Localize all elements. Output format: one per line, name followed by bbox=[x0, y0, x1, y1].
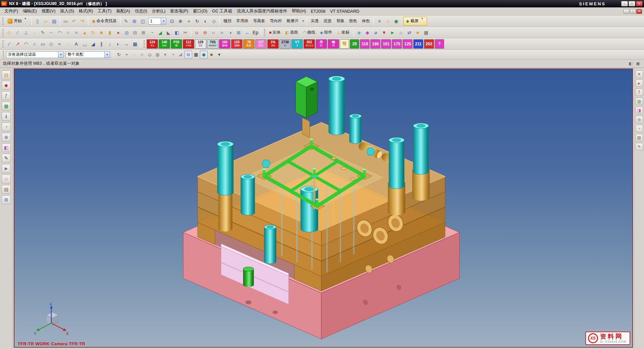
snap-intersection-icon[interactable]: × bbox=[161, 51, 169, 58]
display-restore-button[interactable]: 还原 bbox=[321, 17, 334, 25]
circle-icon[interactable]: ○ bbox=[64, 28, 72, 37]
doc-restore-button[interactable]: □ bbox=[630, 9, 636, 14]
palette-icon[interactable]: ◧ bbox=[2, 143, 11, 152]
shaded-view-icon[interactable]: ◐ bbox=[201, 17, 210, 25]
chamfer-icon[interactable]: ◢ bbox=[156, 28, 164, 37]
refresh-icon[interactable]: ↻ bbox=[115, 51, 123, 58]
command-finder-button[interactable]: ◉ 命令查找器 bbox=[90, 17, 119, 25]
expression-icon[interactable]: Ep bbox=[251, 28, 260, 37]
swap-icon[interactable]: ⇄ bbox=[405, 28, 414, 37]
edge-blend-icon[interactable]: ◔ bbox=[148, 28, 156, 37]
menu-vt-standard[interactable]: VT STANDARD bbox=[328, 8, 362, 15]
display-replace-button[interactable]: 替换 bbox=[334, 17, 346, 25]
chart-panel-icon[interactable]: ▥ bbox=[636, 98, 643, 105]
point-icon[interactable]: ∙ bbox=[30, 28, 39, 37]
datum-axis-icon[interactable]: ∕ bbox=[13, 28, 22, 37]
fit-view-icon[interactable]: ⊡ bbox=[168, 17, 176, 25]
menu-et2008[interactable]: ET2008 bbox=[308, 8, 328, 15]
redo-icon[interactable]: ↷ bbox=[78, 17, 87, 25]
sketch-circle-icon[interactable]: ○ bbox=[30, 40, 39, 48]
menu-analysis[interactable]: 分析(L) bbox=[150, 7, 168, 15]
minimize-button[interactable]: – bbox=[621, 1, 628, 6]
open-folder-icon[interactable]: ▱ bbox=[42, 17, 50, 25]
select-component-button[interactable]: ◈组件 bbox=[318, 29, 334, 37]
toolbar-grip[interactable] bbox=[264, 29, 265, 36]
screenshot-button[interactable]: ◆ 截屏 ▾ bbox=[403, 17, 427, 26]
snap-center-icon[interactable]: ◎ bbox=[154, 51, 161, 58]
tool-202[interactable]: 202 bbox=[424, 39, 434, 49]
hd3d-tools-icon[interactable]: ℹ bbox=[2, 112, 11, 121]
material-120[interactable]: 120油钢 bbox=[231, 39, 243, 49]
display-face-color-button[interactable]: 面色 bbox=[346, 17, 359, 25]
pen-tool-icon[interactable]: ✎ bbox=[2, 154, 11, 162]
lib-wear-plates-button[interactable]: 耐磨片 bbox=[284, 17, 301, 25]
text-icon[interactable]: A bbox=[72, 40, 80, 48]
text-tool-icon[interactable]: T bbox=[636, 89, 643, 96]
menu-view[interactable]: 视图(V) bbox=[39, 7, 58, 15]
offset-curve-icon[interactable]: ∥ bbox=[97, 40, 106, 48]
assembly-navigator-icon[interactable]: ▤ bbox=[2, 70, 11, 79]
wcs-cube-icon[interactable]: ■ bbox=[208, 51, 215, 58]
tool-161[interactable]: 161 bbox=[381, 39, 391, 49]
sphere-icon[interactable]: ● bbox=[114, 28, 122, 37]
intersect-icon[interactable]: ∩ bbox=[209, 28, 218, 37]
graphics-viewport[interactable]: Z X Y TFR-TR WORK Camera TFR-TR XS 资料网 Z… bbox=[14, 68, 633, 348]
library-caret[interactable]: ▾ bbox=[301, 17, 305, 25]
cascade-windows-icon[interactable]: ◫ bbox=[139, 17, 147, 25]
project-curve-icon[interactable]: ↓ bbox=[106, 40, 114, 48]
menu-format[interactable]: 格式(R) bbox=[76, 7, 95, 15]
mirror-curve-icon[interactable]: ◐ bbox=[114, 40, 122, 48]
save-icon[interactable]: ▤ bbox=[50, 17, 58, 25]
palette-panel-icon[interactable]: ◨ bbox=[636, 107, 643, 114]
revolve-icon[interactable]: ↻ bbox=[89, 28, 97, 37]
menu-information[interactable]: 信息(I) bbox=[132, 7, 150, 15]
wcs-icon[interactable]: ⌂ bbox=[383, 17, 392, 25]
menu-assemblies[interactable]: 装配(A) bbox=[114, 7, 132, 15]
rectangle-icon[interactable]: ▭ bbox=[39, 40, 47, 48]
tool-175[interactable]: 175 bbox=[392, 39, 402, 49]
pan-icon[interactable]: + bbox=[184, 17, 193, 25]
material-112-crb[interactable]: 112CRB bbox=[183, 39, 194, 49]
more-options-caret[interactable]: ▾ bbox=[215, 51, 223, 58]
lib-height-sleeves-button[interactable]: 等高套 bbox=[251, 17, 267, 25]
info-icon[interactable]: ◉ bbox=[392, 17, 400, 25]
bookmark-icon[interactable]: ▸ bbox=[636, 80, 643, 87]
tool-118[interactable]: 118 bbox=[360, 39, 370, 49]
sketch-line-icon[interactable]: ∕ bbox=[5, 40, 13, 48]
material-129-d2[interactable]: 129D2 bbox=[195, 39, 206, 49]
material-302-3cr13[interactable]: 3023Cr13 bbox=[304, 39, 315, 49]
extrude-icon[interactable]: ▲ bbox=[80, 28, 89, 37]
block-icon[interactable]: ■ bbox=[97, 28, 106, 37]
doc-minimize-button[interactable]: – bbox=[624, 9, 629, 14]
material-danhong[interactable]: 丹红 bbox=[316, 39, 327, 49]
unite-icon[interactable]: ∪ bbox=[193, 28, 201, 37]
snap-existing-point-icon[interactable]: ⊙ bbox=[184, 51, 192, 58]
create-filter-icon[interactable]: + bbox=[123, 51, 130, 58]
tool-write[interactable]: 写 bbox=[340, 39, 349, 49]
subtract-icon[interactable]: ⊖ bbox=[201, 28, 209, 37]
close-panel-icon[interactable]: ✕ bbox=[636, 70, 643, 78]
touch-mode-icon[interactable]: ✎ bbox=[122, 17, 130, 25]
select-solid-button[interactable]: ■实体 bbox=[267, 29, 283, 37]
snap-point-icon[interactable]: ∙ bbox=[130, 51, 138, 58]
toolbar-grip[interactable] bbox=[2, 40, 4, 48]
web-browser-icon[interactable]: ⊕ bbox=[2, 133, 11, 142]
new-file-icon[interactable]: ▯ bbox=[33, 17, 42, 25]
datum-csys-icon[interactable]: ⊥ bbox=[22, 28, 30, 37]
pattern-feature-icon[interactable]: ⊞ bbox=[234, 28, 243, 37]
sketch-arc-icon[interactable]: ◠ bbox=[22, 40, 30, 48]
tool-29[interactable]: 29 bbox=[350, 39, 359, 49]
material-2738h[interactable]: 2738H bbox=[279, 39, 291, 49]
select-face-button[interactable]: ◧选面 bbox=[283, 29, 300, 37]
mirror-icon[interactable]: ◑ bbox=[226, 28, 234, 37]
spline-icon[interactable]: ≈ bbox=[72, 28, 80, 37]
zoom-icon[interactable]: ⊕ bbox=[176, 17, 184, 25]
snap-grid-icon[interactable]: ▦ bbox=[192, 51, 200, 58]
select-csys-button[interactable]: ⊥坐标 bbox=[334, 29, 352, 37]
tool-125[interactable]: 125 bbox=[402, 39, 413, 49]
windows-panel-icon[interactable]: ⊞ bbox=[2, 195, 11, 204]
move-object-icon[interactable]: ↔ bbox=[243, 28, 251, 37]
material-vt8[interactable]: VT8 bbox=[291, 39, 303, 49]
roles-icon[interactable]: ☺ bbox=[2, 174, 11, 183]
rotate-view-icon[interactable]: ↻ bbox=[193, 17, 201, 25]
